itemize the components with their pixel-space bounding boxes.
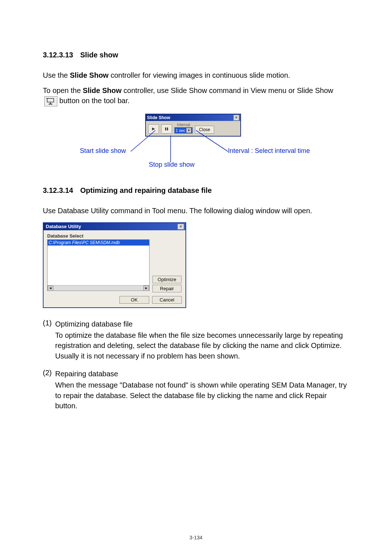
para-db-util: Use Database Utility command in Tool men… bbox=[43, 206, 349, 216]
item-title: Optimizing database file bbox=[55, 319, 349, 329]
item-title: Repairing database bbox=[55, 369, 349, 379]
database-utility-dialog: Database Utility × Database Select C:\Pr… bbox=[43, 222, 186, 308]
text-bold: Slide Show bbox=[70, 71, 109, 79]
list-item: (1) Optimizing database file To optimize… bbox=[43, 319, 349, 361]
text: controller for viewing images in continu… bbox=[109, 71, 290, 79]
heading-number: 3.12.3.14 bbox=[43, 186, 73, 195]
figure-db-util: Database Utility × Database Select C:\Pr… bbox=[43, 222, 186, 308]
callout-interval: Interval : Select interval time bbox=[228, 147, 310, 155]
dialog-title: Slide Show bbox=[147, 115, 170, 120]
side-buttons: Optimize Repair bbox=[152, 276, 181, 292]
close-icon[interactable]: × bbox=[177, 224, 184, 230]
dialog-titlebar: Slide Show × bbox=[146, 114, 240, 121]
list-item[interactable]: C:\Program Files\PC SEM\SDM.mdb bbox=[48, 240, 149, 246]
numbered-list: (1) Optimizing database file To optimize… bbox=[43, 319, 349, 411]
pause-button[interactable] bbox=[161, 124, 172, 134]
scroll-right-icon[interactable]: ► bbox=[143, 285, 149, 291]
db-row: C:\Program Files\PC SEM\SDM.mdb ◄ ► Opti… bbox=[47, 239, 182, 292]
repair-button[interactable]: Repair bbox=[152, 285, 181, 292]
heading-slide-show: 3.12.3.13 Slide show bbox=[43, 51, 349, 59]
close-icon[interactable]: × bbox=[233, 115, 239, 121]
text: controller, use Slide Show command in Vi… bbox=[122, 86, 333, 94]
para-slide-show-2: To open the Slide Show controller, use S… bbox=[43, 85, 349, 106]
figure-slide-show: Slide Show × Interval 1 sec ▼ bbox=[80, 114, 312, 172]
svg-rect-0 bbox=[47, 98, 54, 102]
play-button[interactable] bbox=[148, 124, 159, 134]
svg-rect-7 bbox=[165, 127, 166, 130]
chevron-down-icon: ▼ bbox=[186, 128, 191, 133]
para-slide-show-1: Use the Slide Show controller for viewin… bbox=[43, 70, 349, 80]
interval-value: 1 sec bbox=[176, 128, 185, 133]
heading-number: 3.12.3.13 bbox=[43, 51, 73, 59]
group-label: Database Select bbox=[47, 233, 182, 239]
page-number: 3-134 bbox=[0, 535, 392, 540]
dialog-titlebar: Database Utility × bbox=[44, 223, 185, 230]
slide-show-toolbar-icon bbox=[44, 96, 57, 106]
item-marker: (2) bbox=[43, 369, 55, 411]
text: button on the tool bar. bbox=[60, 97, 130, 105]
list-item: (2) Repairing database When the message … bbox=[43, 369, 349, 411]
dialog-footer: OK Cancel bbox=[44, 296, 185, 307]
heading-db-util: 3.12.3.14 Optimizing and repairing datab… bbox=[43, 186, 349, 195]
optimize-button[interactable]: Optimize bbox=[152, 276, 181, 283]
horizontal-scrollbar[interactable]: ◄ ► bbox=[48, 285, 149, 291]
callout-stop-slide-show: Stop slide show bbox=[149, 161, 195, 169]
scroll-left-icon[interactable]: ◄ bbox=[48, 285, 53, 291]
heading-title: Optimizing and repairing database file bbox=[80, 186, 212, 194]
text-bold: Slide Show bbox=[83, 86, 122, 94]
item-text: When the message "Database not found" is… bbox=[55, 380, 349, 411]
dialog-body: Interval 1 sec ▼ Close bbox=[146, 121, 240, 136]
item-body: Repairing database When the message "Dat… bbox=[55, 369, 349, 411]
close-button[interactable]: Close bbox=[195, 126, 214, 134]
heading-title: Slide show bbox=[80, 51, 118, 59]
item-text: To optimize the database file when the f… bbox=[55, 330, 349, 361]
database-list[interactable]: C:\Program Files\PC SEM\SDM.mdb ◄ ► bbox=[47, 239, 150, 291]
interval-label: Interval bbox=[177, 122, 190, 127]
text: To open the bbox=[43, 86, 83, 94]
callout-start-slide-show: Start slide show bbox=[80, 147, 126, 155]
item-body: Optimizing database file To optimize the… bbox=[55, 319, 349, 361]
dialog-title: Database Utility bbox=[46, 224, 81, 229]
svg-rect-8 bbox=[167, 127, 168, 130]
slide-show-dialog: Slide Show × Interval 1 sec ▼ bbox=[145, 114, 241, 137]
ok-button[interactable]: OK bbox=[119, 296, 149, 304]
cancel-button[interactable]: Cancel bbox=[152, 296, 182, 304]
interval-select[interactable]: 1 sec ▼ bbox=[174, 127, 193, 134]
interval-group: Interval 1 sec ▼ bbox=[174, 122, 193, 134]
text: Use the bbox=[43, 71, 70, 79]
item-marker: (1) bbox=[43, 319, 55, 361]
dialog-body: Database Select C:\Program Files\PC SEM\… bbox=[44, 230, 185, 296]
svg-marker-6 bbox=[152, 127, 155, 130]
page: 3.12.3.13 Slide show Use the Slide Show … bbox=[0, 0, 392, 555]
